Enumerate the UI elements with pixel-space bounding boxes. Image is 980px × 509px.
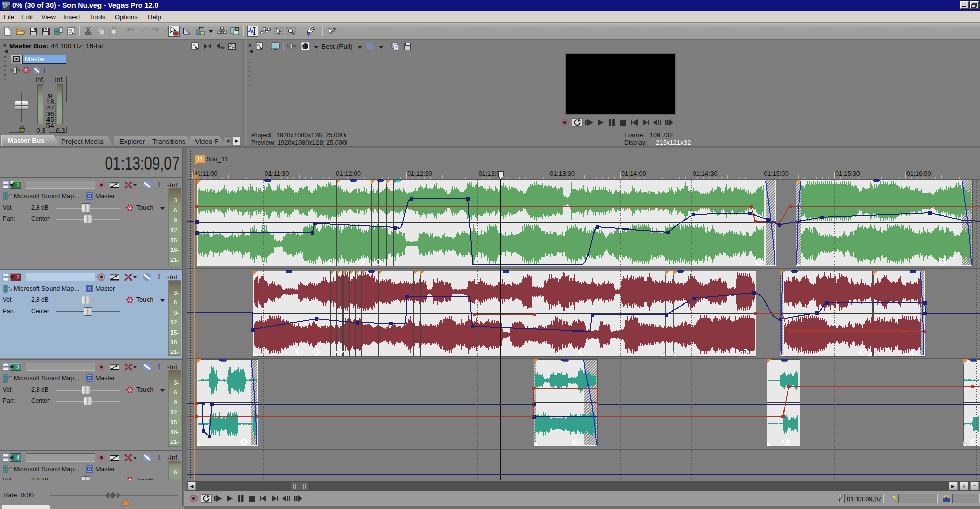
svg-text:01:16:00: 01:16:00 [906,170,932,177]
svg-text:01:12:00: 01:12:00 [336,170,361,177]
svg-text:01:13:30: 01:13:30 [550,170,575,177]
svg-text:01:12:30: 01:12:30 [407,170,432,177]
svg-text:01:14:00: 01:14:00 [621,170,646,177]
svg-text:!: ! [43,67,46,74]
svg-text:01:11:30: 01:11:30 [265,170,289,177]
svg-text:?: ? [332,27,336,34]
svg-text:Son_11: Son_11 [206,156,228,163]
svg-text:01:15:00: 01:15:00 [764,170,789,177]
svg-text:?: ? [44,27,47,32]
svg-text:01:14:30: 01:14:30 [693,170,718,177]
svg-text:11: 11 [197,156,203,163]
svg-text:01:15:30: 01:15:30 [835,170,860,177]
